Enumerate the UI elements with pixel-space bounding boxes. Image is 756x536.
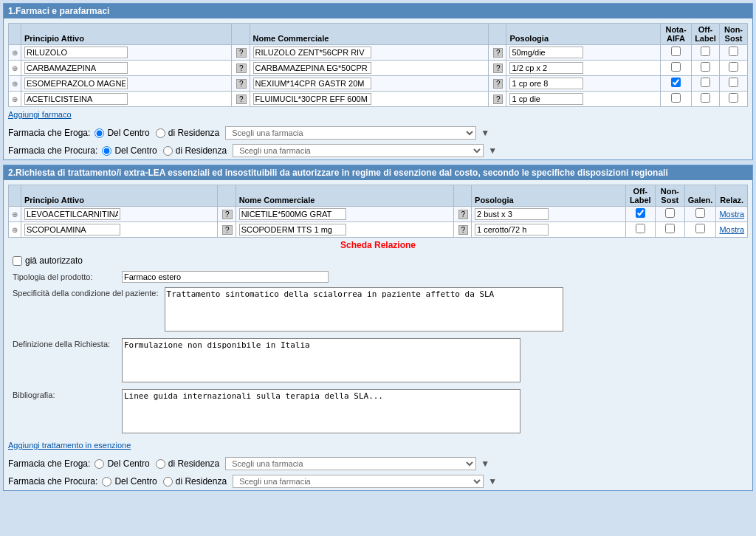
eroga-label1: Farmacia che Eroga: xyxy=(8,128,90,138)
non-checkbox[interactable] xyxy=(665,208,675,218)
commerciale-help-btn[interactable]: ? xyxy=(458,225,469,235)
bibliografia-label: Bibliografia: xyxy=(13,389,116,399)
posologia-input[interactable] xyxy=(509,93,583,105)
posologia-input[interactable] xyxy=(475,224,549,236)
bibliografia-textarea[interactable] xyxy=(122,389,520,433)
gia-autorizzato-label: già autorizzato xyxy=(25,255,83,266)
procura-residenza-radio1[interactable]: di Residenza xyxy=(163,145,227,156)
procura-dropdown-icon2: ▼ xyxy=(488,476,497,487)
commerciale-help-btn[interactable]: ? xyxy=(493,48,504,58)
specificita-textarea[interactable] xyxy=(165,287,563,331)
commerciale-help-btn[interactable]: ? xyxy=(458,210,469,219)
principio-help-btn[interactable]: ? xyxy=(236,79,247,89)
col-posologia1: Posologia xyxy=(506,24,661,45)
non-checkbox[interactable] xyxy=(729,93,738,103)
commerciale-help-btn[interactable]: ? xyxy=(493,95,504,104)
col-principio2: Principio Attivo xyxy=(21,185,218,207)
eroga-select1[interactable]: Scegli una farmacia xyxy=(225,126,476,140)
col-non1: Non-Sost xyxy=(720,24,748,45)
nota-checkbox[interactable] xyxy=(671,78,681,87)
move-icon[interactable]: ⊕ xyxy=(12,210,18,219)
principio-input[interactable] xyxy=(24,62,128,74)
scheda-relazione[interactable]: Scheda Relazione xyxy=(8,238,748,252)
commerciale-input[interactable] xyxy=(253,78,371,89)
principio-input[interactable] xyxy=(24,78,128,89)
galen-checkbox[interactable] xyxy=(695,208,705,218)
add-esenzione-link[interactable]: Aggiungi trattamento in esenzione xyxy=(8,441,131,450)
procura-label1: Farmacia che Procura: xyxy=(8,145,97,156)
tipologia-value-wrapper xyxy=(122,271,743,283)
non-checkbox[interactable] xyxy=(729,47,738,56)
relaz-link[interactable]: Mostra xyxy=(719,210,744,219)
move-icon[interactable]: ⊕ xyxy=(12,80,18,88)
section2-title: 2.Richiesta di trattamento/i extra-LEA e… xyxy=(8,168,668,178)
non-checkbox[interactable] xyxy=(729,78,738,87)
tipologia-row: Tipologia del prodotto: xyxy=(8,269,748,285)
galen-checkbox[interactable] xyxy=(695,224,705,233)
table-row: ⊕ ? ? xyxy=(9,92,748,107)
commerciale-help-btn[interactable]: ? xyxy=(493,63,504,73)
move-icon[interactable]: ⊕ xyxy=(12,95,18,103)
principio-input[interactable] xyxy=(24,93,128,105)
eroga-residenza-radio1[interactable]: di Residenza xyxy=(156,128,219,138)
principio-input[interactable] xyxy=(24,208,120,220)
off-checkbox[interactable] xyxy=(701,78,710,87)
posologia-input[interactable] xyxy=(509,47,583,58)
procura-residenza-radio2[interactable]: di Residenza xyxy=(163,476,227,487)
commerciale-input[interactable] xyxy=(239,208,346,220)
eroga-select2[interactable]: Scegli una farmacia xyxy=(225,457,476,470)
posologia-input[interactable] xyxy=(509,78,583,89)
procura-centro-radio2[interactable]: Del Centro xyxy=(102,476,157,487)
off-checkbox[interactable] xyxy=(701,47,710,56)
table-row: ⊕ ? ? xyxy=(9,45,748,61)
section2: 2.Richiesta di trattamento/i extra-LEA e… xyxy=(3,165,753,491)
off-checkbox[interactable] xyxy=(636,208,645,218)
move-icon[interactable]: ⊕ xyxy=(12,226,18,234)
nota-checkbox[interactable] xyxy=(671,47,681,56)
col-off1: Off-Label xyxy=(692,24,720,45)
procura-select2[interactable]: Scegli una farmacia xyxy=(233,475,484,488)
non-checkbox[interactable] xyxy=(729,62,738,72)
commerciale-input[interactable] xyxy=(253,47,371,58)
principio-input[interactable] xyxy=(24,224,120,236)
principio-help-btn[interactable]: ? xyxy=(236,63,247,73)
non-checkbox[interactable] xyxy=(665,224,675,233)
commerciale-input[interactable] xyxy=(239,224,346,236)
move-icon[interactable]: ⊕ xyxy=(12,64,18,72)
procura-row1: Farmacia che Procura: Del Centro di Resi… xyxy=(4,142,752,159)
procura-dropdown-icon1: ▼ xyxy=(488,145,497,156)
gia-autorizzato-checkbox[interactable] xyxy=(13,256,22,266)
principio-help-btn[interactable]: ? xyxy=(222,225,233,235)
off-checkbox[interactable] xyxy=(636,224,645,233)
commerciale-help-btn[interactable]: ? xyxy=(493,79,504,89)
principio-help-btn[interactable]: ? xyxy=(222,210,233,219)
section1-table: Principio Attivo Nome Commerciale Posolo… xyxy=(8,23,748,107)
definizione-textarea[interactable] xyxy=(122,338,520,382)
section1-title: 1.Farmaci e parafarmaci xyxy=(8,6,109,16)
eroga-row2: Farmacia che Eroga: Del Centro di Reside… xyxy=(4,455,752,473)
definizione-label: Definizione della Richiesta: xyxy=(13,338,116,348)
principio-input[interactable] xyxy=(24,47,128,58)
eroga-residenza-radio2[interactable]: di Residenza xyxy=(156,458,219,469)
procura-select1[interactable]: Scegli una farmacia xyxy=(233,144,484,157)
posologia-input[interactable] xyxy=(475,208,549,220)
commerciale-input[interactable] xyxy=(253,93,371,105)
eroga-centro-radio2[interactable]: Del Centro xyxy=(94,458,149,469)
eroga-centro-radio1[interactable]: Del Centro xyxy=(94,128,149,138)
principio-help-btn[interactable]: ? xyxy=(236,95,247,104)
add-farmaco-link[interactable]: Aggiungi farmaco xyxy=(8,110,72,119)
tipologia-input[interactable] xyxy=(122,271,329,283)
procura-centro-radio1[interactable]: Del Centro xyxy=(102,145,157,156)
nota-checkbox[interactable] xyxy=(671,93,681,103)
nota-checkbox[interactable] xyxy=(671,62,681,72)
gia-autorizzato-row: già autorizzato xyxy=(8,252,748,269)
relaz-link[interactable]: Mostra xyxy=(719,225,744,234)
principio-help-btn[interactable]: ? xyxy=(236,48,247,58)
commerciale-input[interactable] xyxy=(253,62,371,74)
off-checkbox[interactable] xyxy=(701,62,710,72)
section1-header: 1.Farmaci e parafarmaci xyxy=(4,4,752,18)
eroga-row1: Farmacia che Eroga: Del Centro di Reside… xyxy=(4,124,752,142)
posologia-input[interactable] xyxy=(509,62,583,74)
off-checkbox[interactable] xyxy=(701,93,710,103)
move-icon[interactable]: ⊕ xyxy=(12,49,18,57)
